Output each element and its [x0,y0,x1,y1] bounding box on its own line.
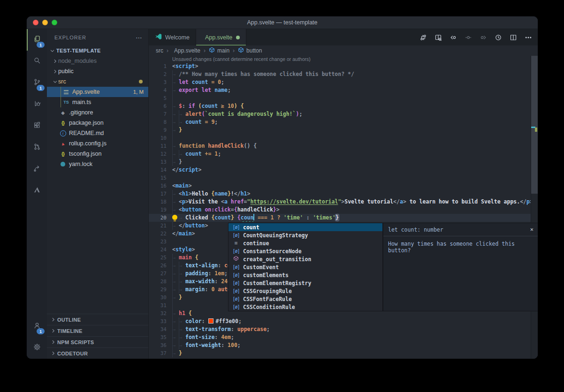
token: if [189,103,198,109]
accounts-item[interactable]: 1 [27,316,47,337]
change-marker-icon[interactable] [465,34,472,41]
suggestion-label: CustomEvent [243,264,279,271]
vertical-scrollbar[interactable] [531,56,538,359]
file-row-yarn-lock[interactable]: yarn.lock [47,159,148,169]
code-line-33[interactable]: 33→→color: #ff3e00; [149,317,538,325]
tab-welcome[interactable]: Welcome [149,29,196,45]
suggestion-cssgroupingrule[interactable]: [ø]CSSGroupingRule [229,287,382,295]
code-line-2[interactable]: 2→/** How many times has someone clicked… [149,70,538,78]
indent-guide: → [172,118,179,126]
code-line-34[interactable]: 34→→text-transform: uppercase; [149,325,538,333]
more-actions-icon[interactable] [525,34,532,41]
open-changes-icon[interactable] [434,34,442,41]
search-item[interactable] [27,51,47,72]
minimize-button[interactable] [42,20,48,25]
file-row-src[interactable]: src [47,76,148,87]
tab-app-svelte[interactable]: App.svelte [196,29,246,45]
more-actions-icon[interactable]: ⋯ [136,34,143,41]
code-line-9[interactable]: 9→} [149,126,538,134]
code-line-3[interactable]: 3→let count = 0; [149,78,538,86]
code-line-6[interactable]: 6→$: if (count ≥ 10) { [149,102,538,110]
file-row-node-modules[interactable]: node_modules [47,56,148,66]
explorer-item[interactable]: 1 [27,29,47,51]
live-share-item[interactable] [27,158,47,180]
code-line-37[interactable]: 37→} [149,349,538,357]
section-codetour[interactable]: CODETOUR [47,347,148,359]
source-control-item[interactable]: 1 [27,72,47,94]
token: 'times' [313,214,335,221]
code-line-11[interactable]: 11→function handleClick() { [149,142,538,150]
tab-label: App.svelte [205,34,232,41]
line-content: </script> [172,166,538,174]
github-pull-requests-item[interactable] [27,137,47,158]
suggestion-create_out_transition[interactable]: create_out_transition [229,255,382,263]
suggestion-customelementregistry[interactable]: [ø]CustomElementRegistry [229,279,382,287]
suggestion-cssfontfacerule[interactable]: [ø]CSSFontFaceRule [229,295,382,303]
file-row-tsconfig-json[interactable]: {}tsconfig.json [47,149,148,159]
section-outline[interactable]: OUTLINE [47,314,148,325]
code-line-8[interactable]: 8→→count = 9; [149,118,538,126]
breadcrumb-item-src[interactable]: src [156,47,163,54]
code-line-4[interactable]: 4→export let name; [149,86,538,94]
code-line-16[interactable]: 16<main> [149,182,538,190]
suggestion-count[interactable]: [ø]count [229,223,382,231]
code-line-7[interactable]: 7→→alert(`count is dangerously high!`); [149,110,538,118]
code-line-20[interactable]: 20→Clicked {count} {coun === 1 ? 'time' … [149,214,538,222]
close-icon[interactable]: ✕ [530,226,534,233]
file-history-icon[interactable] [495,34,502,41]
lightbulb-icon[interactable] [172,215,177,220]
suggestion-cssconditionrule[interactable]: [ø]CSSConditionRule [229,303,382,311]
file-row-public[interactable]: public [47,66,148,76]
indent-guide: → [179,341,185,349]
suggestion-customelements[interactable]: [ø]customElements [229,271,382,279]
suggestion-label: ConstantSourceNode [243,248,302,255]
code-line-12[interactable]: 12→→count += 1; [149,150,538,158]
token: > [195,63,198,69]
suggestion-continue[interactable]: ≡continue [229,239,382,247]
split-editor-icon[interactable] [510,34,517,41]
file-row-app-svelte[interactable]: App.svelte1, M [47,87,148,97]
code-editor[interactable]: Unsaved changes (cannot determine recent… [149,56,538,359]
token: name [214,190,228,197]
file-row--gitignore[interactable]: ◆.gitignore [47,107,148,118]
code-line-14[interactable]: 14</script> [149,166,538,174]
line-content: →$: if (count ≥ 10) { [172,102,538,110]
section-label: NPM SCRIPTS [57,339,94,345]
zoom-button[interactable] [52,20,57,25]
code-line-15[interactable]: 15 [149,174,538,182]
code-line-13[interactable]: 13→} [149,158,538,166]
breadcrumb-item-button[interactable]: button [238,47,262,54]
suggestion-countqueuingstrategy[interactable]: [ø]CountQueuingStrategy [229,231,382,239]
file-row-rollup-config-js[interactable]: ▲rollup.config.js [47,138,148,149]
previous-change-icon[interactable] [450,34,457,41]
section-timeline[interactable]: TIMELINE [47,325,148,336]
extensions-item[interactable] [27,115,47,137]
breadcrumb-item-main[interactable]: main [209,47,229,54]
breadcrumb-item-app-svelte[interactable]: App.svelte [172,47,200,54]
gitlens-compare-icon[interactable] [419,34,427,41]
project-root-row[interactable]: TEST-TEMPLATE [47,45,148,56]
code-line-1[interactable]: 1<script> [149,62,538,70]
code-line-36[interactable]: 36→→font-weight: 100; [149,341,538,349]
code-line-5[interactable]: 5 [149,94,538,102]
token: count [192,79,208,85]
azure-item[interactable] [27,180,47,202]
scrollbar-thumb[interactable] [531,56,538,194]
file-row-package-json[interactable]: {}package.json [47,118,148,128]
code-line-17[interactable]: 17→<h1>Hello {name}!</h1> [149,190,538,198]
token: ! [231,190,234,197]
section-npm-scripts[interactable]: NPM SCRIPTS [47,336,148,347]
next-change-icon[interactable] [480,34,487,41]
file-row-readme-md[interactable]: iREADME.md [47,128,148,138]
suggestion-constantsourcenode[interactable]: [ø]ConstantSourceNode [229,247,382,255]
code-line-19[interactable]: 19→<button on:click={handleClick}> [149,206,538,214]
file-label: package.json [69,120,104,126]
settings-item[interactable] [27,337,47,359]
suggestion-customevent[interactable]: [ø]CustomEvent [229,263,382,271]
code-line-35[interactable]: 35→→font-size: 4em; [149,333,538,341]
code-line-18[interactable]: 18→<p>Visit the <a href="https://svelte.… [149,198,538,206]
close-button[interactable] [33,20,38,25]
run-debug-item[interactable] [27,94,47,115]
file-row-main-ts[interactable]: TSmain.ts [47,97,148,107]
code-line-10[interactable]: 10 [149,134,538,142]
